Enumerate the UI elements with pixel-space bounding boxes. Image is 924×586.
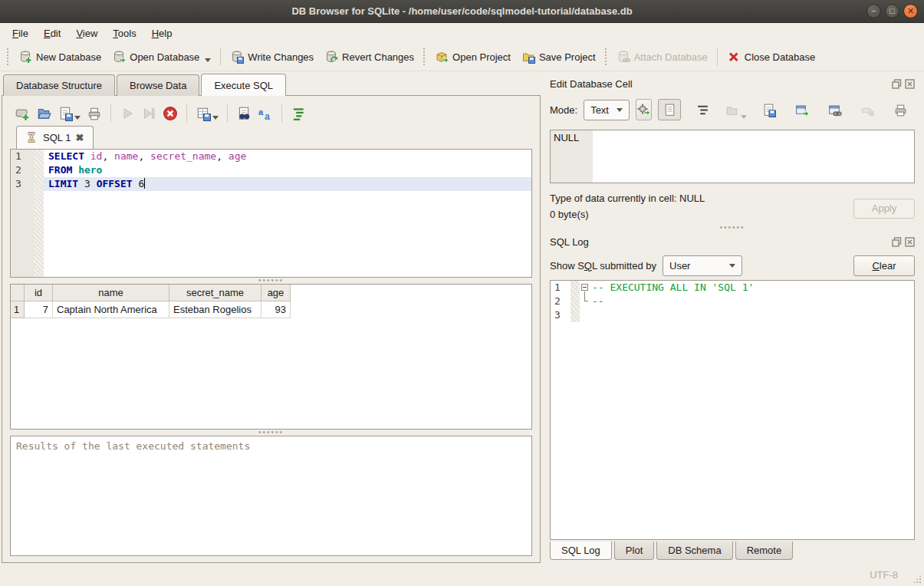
hourglass-icon [25,130,38,144]
stop-icon [163,106,178,121]
print-button[interactable] [889,99,912,120]
open-project-button[interactable]: Open Project [429,47,516,67]
menu-help[interactable]: Help [144,25,180,42]
toolbar-handle[interactable] [6,48,10,66]
resize-grip-icon[interactable] [912,574,922,584]
menu-tools[interactable]: Tools [105,25,143,42]
close-window-button[interactable]: ✕ [903,4,918,18]
dock-tab-plot[interactable]: Plot [614,542,654,560]
word-highlight-button[interactable]: aa [256,104,275,123]
row-header[interactable]: 1 [11,301,25,318]
table-cell[interactable]: 93 [261,301,291,318]
format-sql-button[interactable] [289,104,307,123]
new-sql-tab-button[interactable] [13,104,31,123]
table-row[interactable]: 17Captain North AmericaEsteban Rogelios9… [11,301,531,318]
open-in-app-button[interactable] [790,99,813,120]
editor-line[interactable]: 3LIMIT 3 OFFSET 6 [11,177,531,191]
word-wrap-button[interactable] [691,99,714,120]
sql-log-view[interactable]: 1-- EXECUTING ALL IN 'SQL 1'2--3 [550,280,915,540]
save-project-button[interactable]: Save Project [516,47,601,67]
splitter-results-message[interactable]: •••••• [10,430,532,436]
close-database-button[interactable]: Close Database [722,47,821,67]
fold-collapse-icon[interactable] [581,284,588,291]
line-number: 1 [551,281,571,295]
splitter-cell-log[interactable]: •••••• [550,225,915,231]
column-header[interactable]: name [53,285,169,301]
mode-select[interactable]: Text [584,100,629,120]
tab-browse-data[interactable]: Browse Data [117,74,199,96]
close-tab-icon[interactable]: ✖ [75,132,84,143]
clear-log-button[interactable]: Clear [853,255,915,276]
chevron-down-icon[interactable] [205,58,211,62]
revert-changes-button[interactable]: Revert Changes [319,47,419,67]
bottom-dock-tabs: SQL LogPlotDB SchemaRemote [550,540,915,563]
table-cell[interactable]: Esteban Rogelios [169,301,261,318]
sql-doc-tab[interactable]: SQL 1 ✖ [16,126,94,149]
toolbar-handle[interactable] [604,48,608,66]
stop-button[interactable] [161,104,179,123]
column-header[interactable]: age [261,285,291,301]
results-table[interactable]: idnamesecret_nameage17Captain North Amer… [10,284,532,430]
save-sql-file-button[interactable] [56,104,82,123]
float-dock-icon[interactable] [892,79,902,89]
column-header[interactable]: secret_name [169,285,261,301]
encoding-indicator[interactable]: UTF-8 [870,569,898,581]
copy-link-button[interactable] [823,99,846,120]
log-source-select[interactable]: User [663,255,742,276]
toolbar-separator [186,104,187,123]
apply-button[interactable]: Apply [853,199,915,219]
dock-tab-db-schema[interactable]: DB Schema [656,542,732,560]
minimize-window-button[interactable]: − [866,4,881,18]
corner-header[interactable] [11,285,25,301]
results-message: Results of the last executed statements [10,436,532,556]
left-panel: Database StructureBrowse DataExecute SQL… [0,71,541,563]
cell-editor[interactable]: NULL [550,130,915,183]
float-dock-icon[interactable] [892,237,902,247]
close-dock-icon[interactable] [905,79,915,89]
write-changes-button[interactable]: Write Changes [225,47,319,67]
find-icon [236,106,252,121]
column-header[interactable]: id [25,285,53,301]
chevron-down-icon[interactable] [74,116,81,120]
chevron-down-icon[interactable] [212,116,219,120]
menu-edit[interactable]: Edit [36,25,68,42]
right-panel: Edit Database Cell Mode: Text NULL [541,71,924,563]
find-button[interactable] [235,104,253,123]
new-database-button[interactable]: New Database [13,47,107,67]
execute-all-button [118,104,136,123]
toolbar-handle[interactable] [423,48,426,66]
titlebar[interactable]: DB Browser for SQLite - /home/user/code/… [0,0,924,23]
close-dock-icon[interactable] [905,237,915,247]
open-sql-file-button[interactable] [35,104,53,123]
chevron-down-icon [729,264,735,268]
new-sql-tab-icon [15,106,30,121]
tab-execute-sql[interactable]: Execute SQL [201,74,286,96]
sql-doc-tab-label: SQL 1 [43,132,71,143]
splitter-editor-results[interactable]: •••••• [10,278,532,284]
svg-text:a: a [258,107,264,117]
menu-file[interactable]: File [5,25,36,42]
table-cell[interactable]: Captain North America [53,301,169,318]
save-project-icon [521,50,535,64]
chevron-down-icon [617,108,623,112]
main-tab-bar: Database StructureBrowse DataExecute SQL [2,73,541,96]
editor-line[interactable]: 1SELECT id, name, secret_name, age [11,150,531,163]
save-results-button[interactable] [194,104,220,123]
text-document-icon [663,103,677,117]
text-document-button[interactable] [658,99,681,120]
execute-all-icon [120,106,135,121]
dock-tab-sql-log[interactable]: SQL Log [550,542,612,560]
export-data-button[interactable] [757,99,780,120]
open-database-button[interactable]: Open Database [107,47,216,67]
print-button[interactable] [85,104,104,123]
apply-format-button[interactable] [636,99,652,120]
sql-editor[interactable]: 1SELECT id, name, secret_name, age2FROM … [10,149,532,278]
line-number: 2 [11,163,34,177]
menu-view[interactable]: View [68,25,105,42]
dock-tab-remote[interactable]: Remote [735,542,794,560]
print-icon [87,106,102,121]
tab-database-structure[interactable]: Database Structure [3,74,115,96]
maximize-window-button[interactable]: □ [885,4,899,18]
editor-line[interactable]: 2FROM hero [11,163,531,177]
table-cell[interactable]: 7 [25,301,53,318]
